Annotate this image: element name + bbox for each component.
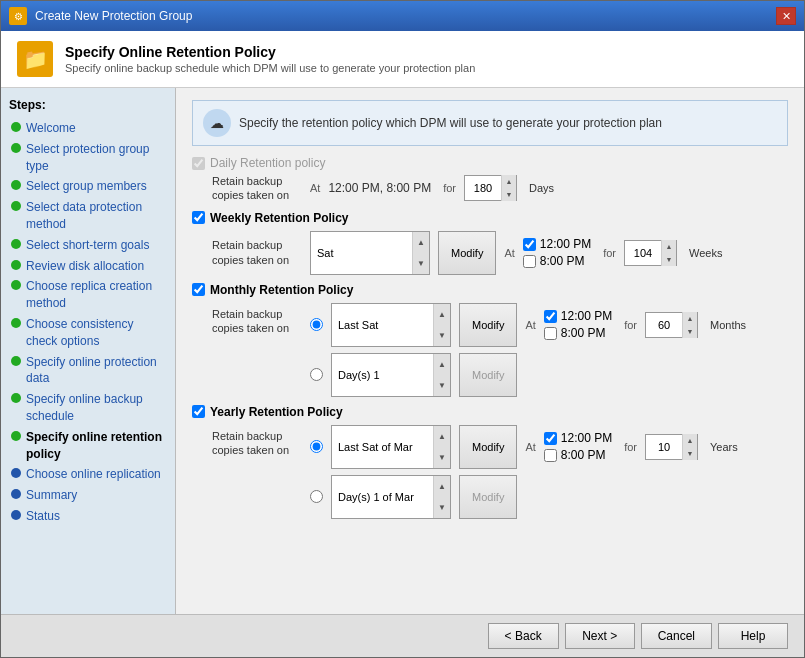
weekly-dropdown-value: Sat xyxy=(311,232,412,274)
yearly-dropdown1[interactable]: Last Sat of Mar ▲ ▼ xyxy=(331,425,451,469)
yearly-increment-button[interactable]: ▲ xyxy=(683,434,697,447)
sidebar-item-specify-online-retention-policy[interactable]: Specify online retention policy xyxy=(9,427,167,465)
dot-icon xyxy=(11,431,21,441)
sidebar-item-choose-consistency-check-options[interactable]: Choose consistency check options xyxy=(9,314,167,352)
yearly-time-checkboxes: 12:00 PM 8:00 PM xyxy=(544,431,612,462)
monthly-dropdown2-arrows: ▲ ▼ xyxy=(433,354,450,396)
daily-decrement-button[interactable]: ▼ xyxy=(502,188,516,201)
daily-increment-button[interactable]: ▲ xyxy=(502,175,516,188)
dot-icon xyxy=(11,260,21,270)
monthly-up2-button[interactable]: ▲ xyxy=(434,354,450,375)
yearly-radio1[interactable] xyxy=(310,440,323,453)
weekly-retention-label: Weekly Retention Policy xyxy=(210,211,349,225)
weekly-dropdown[interactable]: Sat ▲ ▼ xyxy=(310,231,430,275)
sidebar-item-welcome[interactable]: Welcome xyxy=(9,118,167,139)
sidebar-item-status[interactable]: Status xyxy=(9,506,167,527)
sidebar-item-choose-online-replication[interactable]: Choose online replication xyxy=(9,464,167,485)
info-box: ☁ Specify the retention policy which DPM… xyxy=(192,100,788,146)
monthly-modify1-button[interactable]: Modify xyxy=(459,303,517,347)
close-button[interactable]: ✕ xyxy=(776,7,796,25)
yearly-retention-checkbox[interactable] xyxy=(192,405,205,418)
monthly-time2-checkbox[interactable] xyxy=(544,327,557,340)
sidebar-item-select-data-protection-method[interactable]: Select data protection method xyxy=(9,197,167,235)
monthly-up1-button[interactable]: ▲ xyxy=(434,304,450,325)
window-title: Create New Protection Group xyxy=(35,9,192,23)
sidebar-item-select-group-members[interactable]: Select group members xyxy=(9,176,167,197)
daily-value-input[interactable] xyxy=(465,180,501,196)
weekly-up-button[interactable]: ▲ xyxy=(413,232,429,253)
weekly-value-input[interactable] xyxy=(625,245,661,261)
monthly-retain-label: Retain backup copies taken on xyxy=(212,307,302,336)
monthly-increment-button[interactable]: ▲ xyxy=(683,312,697,325)
weekly-time2-checkbox[interactable] xyxy=(523,255,536,268)
monthly-time1-row: 12:00 PM xyxy=(544,309,612,323)
weekly-down-button[interactable]: ▼ xyxy=(413,253,429,274)
weekly-modify-button[interactable]: Modify xyxy=(438,231,496,275)
yearly-unit-label: Years xyxy=(710,441,738,453)
sidebar-item-review-disk-allocation[interactable]: Review disk allocation xyxy=(9,256,167,277)
dot-icon xyxy=(11,489,21,499)
yearly-retention-label: Yearly Retention Policy xyxy=(210,405,343,419)
weekly-increment-button[interactable]: ▲ xyxy=(662,240,676,253)
daily-retention-checkbox[interactable] xyxy=(192,157,205,170)
monthly-retention-label: Monthly Retention Policy xyxy=(210,283,353,297)
sidebar-label: Select data protection method xyxy=(26,199,165,233)
yearly-radio2[interactable] xyxy=(310,490,323,503)
sidebar-label: Status xyxy=(26,508,60,525)
monthly-time2-label: 8:00 PM xyxy=(561,326,606,340)
monthly-down1-button[interactable]: ▼ xyxy=(434,325,450,346)
yearly-down1-button[interactable]: ▼ xyxy=(434,447,450,468)
yearly-decrement-button[interactable]: ▼ xyxy=(683,447,697,460)
monthly-dropdown2[interactable]: Day(s) 1 ▲ ▼ xyxy=(331,353,451,397)
sidebar-item-choose-replica-creation-method[interactable]: Choose replica creation method xyxy=(9,276,167,314)
yearly-modify1-button[interactable]: Modify xyxy=(459,425,517,469)
weekly-retain-label: Retain backup copies taken on xyxy=(212,238,302,267)
next-button[interactable]: Next > xyxy=(565,623,635,649)
sidebar-label: Choose replica creation method xyxy=(26,278,165,312)
sidebar-item-specify-online-backup-schedule[interactable]: Specify online backup schedule xyxy=(9,389,167,427)
yearly-dropdown2[interactable]: Day(s) 1 of Mar ▲ ▼ xyxy=(331,475,451,519)
yearly-up2-button[interactable]: ▲ xyxy=(434,476,450,497)
monthly-time2-row: 8:00 PM xyxy=(544,326,612,340)
monthly-radio1[interactable] xyxy=(310,318,323,331)
weekly-time1-checkbox[interactable] xyxy=(523,238,536,251)
weekly-retention-section: Weekly Retention Policy Retain backup co… xyxy=(192,211,788,275)
yearly-time1-checkbox[interactable] xyxy=(544,432,557,445)
monthly-decrement-button[interactable]: ▼ xyxy=(683,325,697,338)
sidebar-item-select-short-term-goals[interactable]: Select short-term goals xyxy=(9,235,167,256)
yearly-time2-checkbox[interactable] xyxy=(544,449,557,462)
monthly-radio2[interactable] xyxy=(310,368,323,381)
monthly-time1-checkbox[interactable] xyxy=(544,310,557,323)
daily-spinner: ▲ ▼ xyxy=(464,175,517,201)
yearly-up1-button[interactable]: ▲ xyxy=(434,426,450,447)
yearly-for-label: for xyxy=(624,441,637,453)
monthly-value-input[interactable] xyxy=(646,317,682,333)
dot-icon xyxy=(11,468,21,478)
weekly-time1-row: 12:00 PM xyxy=(523,237,591,251)
weekly-decrement-button[interactable]: ▼ xyxy=(662,253,676,266)
monthly-retention-checkbox[interactable] xyxy=(192,283,205,296)
sidebar-item-specify-online-protection-data[interactable]: Specify online protection data xyxy=(9,352,167,390)
sidebar-item-select-protection-group-type[interactable]: Select protection group type xyxy=(9,139,167,177)
page-title: Specify Online Retention Policy xyxy=(65,44,475,60)
yearly-dropdown2-arrows: ▲ ▼ xyxy=(433,476,450,518)
monthly-dropdown1[interactable]: Last Sat ▲ ▼ xyxy=(331,303,451,347)
back-button[interactable]: < Back xyxy=(488,623,559,649)
main-content: ☁ Specify the retention policy which DPM… xyxy=(176,88,804,614)
yearly-value-input[interactable] xyxy=(646,439,682,455)
monthly-modify2-button: Modify xyxy=(459,353,517,397)
yearly-down2-button[interactable]: ▼ xyxy=(434,497,450,518)
dot-icon xyxy=(11,122,21,132)
sidebar-title: Steps: xyxy=(9,98,167,112)
daily-for-label: for xyxy=(443,182,456,194)
yearly-spinner-arrows: ▲ ▼ xyxy=(682,434,697,460)
yearly-dropdown2-value: Day(s) 1 of Mar xyxy=(332,476,433,518)
monthly-for-label: for xyxy=(624,319,637,331)
daily-retention-label: Daily Retention policy xyxy=(210,156,325,170)
sidebar-item-summary[interactable]: Summary xyxy=(9,485,167,506)
monthly-down2-button[interactable]: ▼ xyxy=(434,375,450,396)
weekly-retention-checkbox[interactable] xyxy=(192,211,205,224)
help-button[interactable]: Help xyxy=(718,623,788,649)
title-bar-icon: ⚙ xyxy=(9,7,27,25)
cancel-button[interactable]: Cancel xyxy=(641,623,712,649)
